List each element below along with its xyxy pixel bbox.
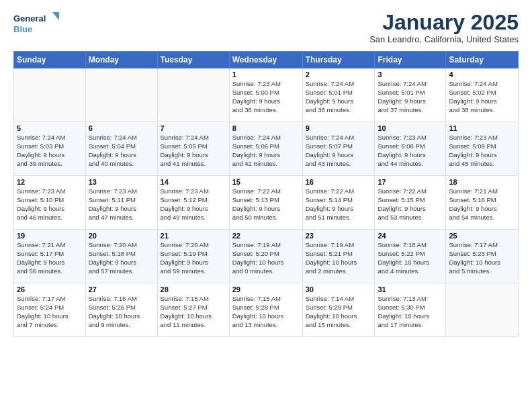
calendar-cell: 5Sunrise: 7:24 AM Sunset: 5:03 PM Daylig… [14,122,86,176]
day-number: 1 [232,71,300,79]
day-number: 24 [378,232,443,240]
calendar-cell: 20Sunrise: 7:20 AM Sunset: 5:18 PM Dayli… [85,230,157,283]
day-info: Sunrise: 7:14 AM Sunset: 5:29 PM Dayligh… [306,295,372,329]
calendar-cell: 23Sunrise: 7:19 AM Sunset: 5:21 PM Dayli… [302,230,375,283]
week-row-1: 1Sunrise: 7:23 AM Sunset: 5:00 PM Daylig… [14,68,519,122]
calendar-cell: 21Sunrise: 7:20 AM Sunset: 5:19 PM Dayli… [157,230,229,283]
weekday-header-row: SundayMondayTuesdayWednesdayThursdayFrid… [14,52,519,68]
day-info: Sunrise: 7:19 AM Sunset: 5:20 PM Dayligh… [232,241,300,275]
weekday-header-wednesday: Wednesday [229,52,302,68]
day-info: Sunrise: 7:19 AM Sunset: 5:21 PM Dayligh… [306,241,372,275]
weekday-header-saturday: Saturday [446,52,519,68]
calendar-cell: 12Sunrise: 7:23 AM Sunset: 5:10 PM Dayli… [14,176,86,230]
day-number: 16 [306,178,372,186]
day-number: 15 [232,178,300,186]
day-number: 26 [17,285,83,293]
calendar-cell: 30Sunrise: 7:14 AM Sunset: 5:29 PM Dayli… [302,283,375,337]
calendar-cell: 26Sunrise: 7:17 AM Sunset: 5:24 PM Dayli… [14,283,86,337]
calendar-cell: 28Sunrise: 7:15 AM Sunset: 5:27 PM Dayli… [157,283,229,337]
day-number: 6 [89,124,154,132]
day-info: Sunrise: 7:24 AM Sunset: 5:05 PM Dayligh… [161,134,226,168]
calendar-cell: 9Sunrise: 7:24 AM Sunset: 5:07 PM Daylig… [302,122,375,176]
calendar: SundayMondayTuesdayWednesdayThursdayFrid… [13,51,519,337]
day-number: 3 [378,71,443,79]
day-number: 17 [378,178,443,186]
calendar-cell: 6Sunrise: 7:24 AM Sunset: 5:04 PM Daylig… [85,122,157,176]
logo: General Blue [13,11,60,36]
day-info: Sunrise: 7:22 AM Sunset: 5:13 PM Dayligh… [232,187,300,222]
svg-marker-2 [52,12,59,20]
day-number: 11 [449,124,515,132]
calendar-cell: 22Sunrise: 7:19 AM Sunset: 5:20 PM Dayli… [229,230,302,283]
day-info: Sunrise: 7:23 AM Sunset: 5:11 PM Dayligh… [89,187,154,222]
week-row-3: 12Sunrise: 7:23 AM Sunset: 5:10 PM Dayli… [14,176,519,230]
calendar-cell: 13Sunrise: 7:23 AM Sunset: 5:11 PM Dayli… [85,176,157,230]
day-number: 10 [378,124,443,132]
day-number: 18 [449,178,515,186]
day-info: Sunrise: 7:24 AM Sunset: 5:01 PM Dayligh… [378,80,443,114]
weekday-header-friday: Friday [375,52,446,68]
day-number: 9 [306,124,372,132]
page: General Blue January 2025 San Leandro, C… [0,0,532,411]
day-number: 20 [89,232,154,240]
calendar-cell: 11Sunrise: 7:23 AM Sunset: 5:09 PM Dayli… [446,122,519,176]
calendar-cell: 1Sunrise: 7:23 AM Sunset: 5:00 PM Daylig… [229,68,302,122]
day-number: 12 [17,178,83,186]
weekday-header-monday: Monday [85,52,157,68]
day-number: 29 [232,285,300,293]
header: General Blue January 2025 San Leandro, C… [13,11,519,44]
calendar-cell: 18Sunrise: 7:21 AM Sunset: 5:16 PM Dayli… [446,176,519,230]
day-info: Sunrise: 7:16 AM Sunset: 5:26 PM Dayligh… [89,295,154,329]
day-number: 30 [306,285,372,293]
calendar-cell: 31Sunrise: 7:13 AM Sunset: 5:30 PM Dayli… [375,283,446,337]
day-info: Sunrise: 7:23 AM Sunset: 5:08 PM Dayligh… [378,134,443,168]
day-info: Sunrise: 7:24 AM Sunset: 5:01 PM Dayligh… [306,80,372,114]
day-info: Sunrise: 7:23 AM Sunset: 5:00 PM Dayligh… [232,80,300,114]
day-number: 21 [161,232,226,240]
day-info: Sunrise: 7:24 AM Sunset: 5:02 PM Dayligh… [449,80,515,114]
weekday-header-tuesday: Tuesday [157,52,229,68]
day-info: Sunrise: 7:24 AM Sunset: 5:07 PM Dayligh… [306,134,372,168]
day-number: 2 [306,71,372,79]
day-number: 28 [161,285,226,293]
day-number: 19 [17,232,83,240]
calendar-cell: 8Sunrise: 7:24 AM Sunset: 5:06 PM Daylig… [229,122,302,176]
week-row-4: 19Sunrise: 7:21 AM Sunset: 5:17 PM Dayli… [14,230,519,283]
day-info: Sunrise: 7:23 AM Sunset: 5:12 PM Dayligh… [161,187,226,222]
logo-svg: General Blue [13,11,60,36]
day-info: Sunrise: 7:15 AM Sunset: 5:27 PM Dayligh… [161,295,226,329]
weekday-header-thursday: Thursday [302,52,375,68]
month-title: January 2025 [369,11,519,34]
day-number: 8 [232,124,300,132]
day-number: 13 [89,178,154,186]
day-number: 14 [161,178,226,186]
week-row-2: 5Sunrise: 7:24 AM Sunset: 5:03 PM Daylig… [14,122,519,176]
calendar-cell [14,68,86,122]
day-number: 31 [378,285,443,293]
calendar-cell [157,68,229,122]
day-info: Sunrise: 7:23 AM Sunset: 5:09 PM Dayligh… [449,134,515,168]
day-number: 7 [161,124,226,132]
calendar-cell: 27Sunrise: 7:16 AM Sunset: 5:26 PM Dayli… [85,283,157,337]
day-info: Sunrise: 7:17 AM Sunset: 5:23 PM Dayligh… [449,241,515,275]
calendar-cell: 2Sunrise: 7:24 AM Sunset: 5:01 PM Daylig… [302,68,375,122]
calendar-cell: 16Sunrise: 7:22 AM Sunset: 5:14 PM Dayli… [302,176,375,230]
calendar-body: 1Sunrise: 7:23 AM Sunset: 5:00 PM Daylig… [14,68,519,337]
day-info: Sunrise: 7:23 AM Sunset: 5:10 PM Dayligh… [17,187,83,222]
calendar-cell: 4Sunrise: 7:24 AM Sunset: 5:02 PM Daylig… [446,68,519,122]
title-block: January 2025 San Leandro, California, Un… [369,11,519,44]
day-number: 4 [449,71,515,79]
day-info: Sunrise: 7:21 AM Sunset: 5:17 PM Dayligh… [17,241,83,275]
day-info: Sunrise: 7:13 AM Sunset: 5:30 PM Dayligh… [378,295,443,329]
calendar-cell: 7Sunrise: 7:24 AM Sunset: 5:05 PM Daylig… [157,122,229,176]
calendar-cell [85,68,157,122]
day-info: Sunrise: 7:15 AM Sunset: 5:28 PM Dayligh… [232,295,300,329]
calendar-cell: 10Sunrise: 7:23 AM Sunset: 5:08 PM Dayli… [375,122,446,176]
day-info: Sunrise: 7:24 AM Sunset: 5:03 PM Dayligh… [17,134,83,168]
day-number: 23 [306,232,372,240]
svg-text:General: General [13,13,46,24]
calendar-cell: 29Sunrise: 7:15 AM Sunset: 5:28 PM Dayli… [229,283,302,337]
calendar-cell: 17Sunrise: 7:22 AM Sunset: 5:15 PM Dayli… [375,176,446,230]
day-number: 27 [89,285,154,293]
week-row-5: 26Sunrise: 7:17 AM Sunset: 5:24 PM Dayli… [14,283,519,337]
